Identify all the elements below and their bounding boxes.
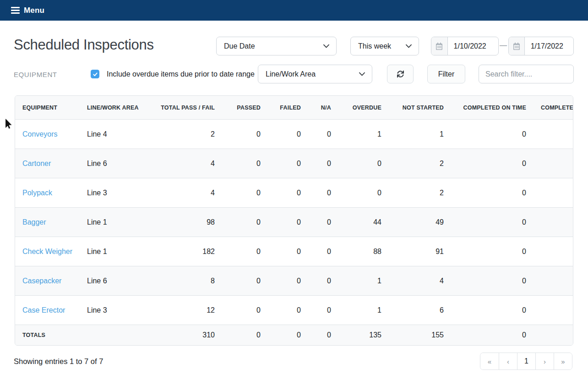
- not-started-cell: 2: [389, 149, 451, 178]
- equipment-link[interactable]: Bagger: [22, 218, 46, 226]
- range-preset-select[interactable]: This week: [350, 37, 419, 55]
- line-cell: Line 6: [80, 149, 152, 178]
- totals-total: 310: [152, 325, 222, 345]
- line-cell: Line 3: [80, 178, 152, 207]
- passed-cell: 0: [222, 266, 268, 295]
- not-started-cell: 49: [389, 207, 451, 237]
- col-failed: FAILED: [268, 96, 308, 119]
- na-cell: 0: [308, 266, 338, 295]
- menu-button[interactable]: Menu: [11, 6, 44, 15]
- total-cell: 4: [152, 149, 222, 178]
- menu-label: Menu: [24, 6, 44, 15]
- equipment-link[interactable]: Cartoner: [22, 160, 51, 167]
- completed-late-cell: [534, 266, 573, 295]
- na-cell: 0: [308, 119, 338, 149]
- not-started-cell: 91: [389, 237, 451, 266]
- line-cell: Line 1: [80, 207, 152, 237]
- group-by-select[interactable]: Line/Work Area: [258, 65, 372, 83]
- filter-button[interactable]: Filter: [427, 65, 465, 83]
- date-to-input[interactable]: [525, 37, 573, 55]
- totals-na: 0: [308, 325, 338, 345]
- search-filter-input[interactable]: [479, 65, 574, 83]
- line-cell: Line 3: [80, 295, 152, 325]
- total-cell: 8: [152, 266, 222, 295]
- failed-cell: 0: [268, 237, 308, 266]
- col-overdue: OVERDUE: [338, 96, 389, 119]
- chevron-down-icon: [323, 44, 329, 48]
- refresh-icon: [397, 71, 404, 77]
- table-header: EQUIPMENT LINE/WORK AREA TOTAL PASS / FA…: [15, 96, 573, 119]
- completed-late-cell: [534, 237, 573, 266]
- date-field-select[interactable]: Due Date: [216, 37, 337, 55]
- completed-on-time-cell: 0: [451, 178, 534, 207]
- not-started-cell: 4: [389, 266, 451, 295]
- completed-late-cell: [534, 207, 573, 237]
- pagination-prev-button[interactable]: ‹: [499, 353, 517, 369]
- totals-overdue: 135: [338, 325, 389, 345]
- calendar-icon[interactable]: [509, 37, 525, 55]
- na-cell: 0: [308, 149, 338, 178]
- refresh-button[interactable]: [387, 65, 414, 83]
- pagination-next-button[interactable]: ›: [535, 353, 554, 369]
- overdue-cell: 1: [338, 295, 389, 325]
- col-passed: PASSED: [222, 96, 268, 119]
- include-overdue-checkbox[interactable]: [91, 70, 99, 78]
- equipment-link[interactable]: Case Erector: [22, 306, 65, 314]
- completed-on-time-cell: 0: [451, 149, 534, 178]
- passed-cell: 0: [222, 207, 268, 237]
- col-total-pass-fail: TOTAL PASS / FAIL: [152, 96, 222, 119]
- include-overdue-label: Include overdue items due prior to date …: [107, 70, 255, 78]
- date-field-value: Due Date: [224, 42, 255, 50]
- totals-passed: 0: [222, 325, 268, 345]
- table-row: Polypack Line 3 4 0 0 0 0 2 0: [15, 178, 573, 207]
- passed-cell: 0: [222, 119, 268, 149]
- completed-on-time-cell: 0: [451, 266, 534, 295]
- totals-not-started: 155: [389, 325, 451, 345]
- pagination-page-1-button[interactable]: 1: [517, 353, 535, 369]
- overdue-cell: 0: [338, 178, 389, 207]
- not-started-cell: 1: [389, 119, 451, 149]
- completed-on-time-cell: 0: [451, 237, 534, 266]
- completed-on-time-cell: 0: [451, 295, 534, 325]
- na-cell: 0: [308, 295, 338, 325]
- total-cell: 182: [152, 237, 222, 266]
- failed-cell: 0: [268, 266, 308, 295]
- passed-cell: 0: [222, 295, 268, 325]
- col-line-work-area: LINE/WORK AREA: [80, 96, 152, 119]
- chevron-down-icon: [359, 72, 365, 76]
- date-to-group: [508, 37, 574, 55]
- na-cell: 0: [308, 178, 338, 207]
- na-cell: 0: [308, 237, 338, 266]
- failed-cell: 0: [268, 295, 308, 325]
- table-row: Case Erector Line 3 12 0 0 0 1 6 0: [15, 295, 573, 325]
- total-cell: 2: [152, 119, 222, 149]
- date-from-input[interactable]: [448, 37, 498, 55]
- filter-button-label: Filter: [438, 70, 455, 78]
- totals-label: TOTALS: [15, 325, 80, 345]
- completed-late-cell: [534, 119, 573, 149]
- equipment-link[interactable]: Polypack: [22, 189, 52, 197]
- pagination-last-button[interactable]: »: [554, 353, 572, 369]
- pagination-first-button[interactable]: «: [480, 353, 499, 369]
- equipment-link[interactable]: Check Weigher: [22, 248, 72, 255]
- inspections-table: EQUIPMENT LINE/WORK AREA TOTAL PASS / FA…: [15, 95, 573, 346]
- equipment-section-label: EQUIPMENT: [14, 71, 57, 78]
- col-completed-on-time: COMPLETED ON TIME: [451, 96, 534, 119]
- mouse-cursor-icon: [5, 119, 12, 129]
- chevron-down-icon: [406, 44, 412, 48]
- failed-cell: 0: [268, 149, 308, 178]
- not-started-cell: 2: [389, 178, 451, 207]
- overdue-cell: 1: [338, 266, 389, 295]
- top-navbar: Menu: [0, 0, 588, 21]
- calendar-icon[interactable]: [431, 37, 448, 55]
- group-by-value: Line/Work Area: [266, 70, 316, 78]
- totals-failed: 0: [268, 325, 308, 345]
- table-row: Bagger Line 1 98 0 0 0 44 49 0: [15, 207, 573, 237]
- equipment-link[interactable]: Conveyors: [22, 130, 57, 138]
- overdue-cell: 1: [338, 119, 389, 149]
- equipment-link[interactable]: Casepacker: [22, 277, 61, 285]
- line-cell: Line 6: [80, 266, 152, 295]
- col-completed-late-clipped: COMPLETE: [534, 96, 573, 119]
- showing-entries-text: Showing entries 1 to 7 of 7: [14, 357, 103, 366]
- col-na: N/A: [308, 96, 338, 119]
